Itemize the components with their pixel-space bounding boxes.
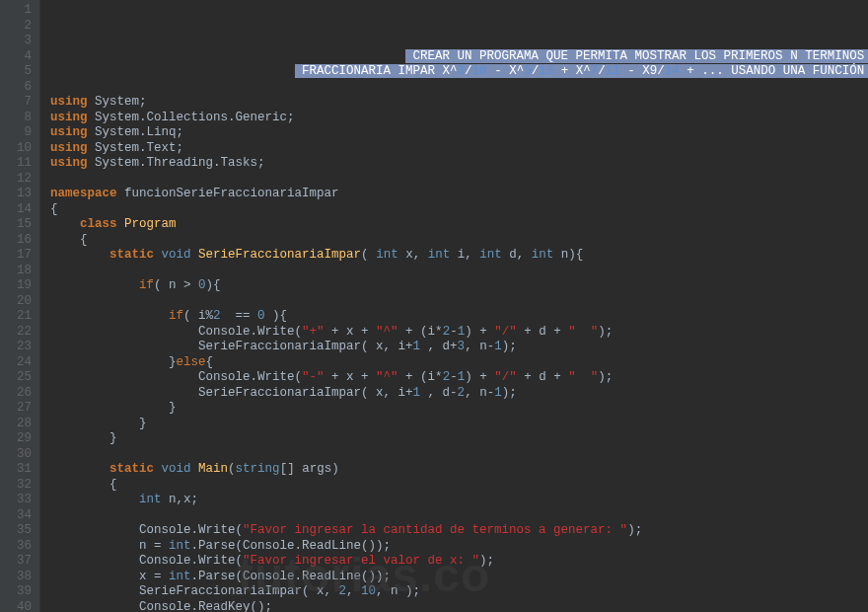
code-line[interactable]	[50, 80, 868, 96]
line-number: 1	[10, 3, 32, 19]
line-number: 24	[10, 355, 32, 371]
line-number: 3	[10, 34, 32, 49]
token-str: " "	[568, 325, 598, 339]
line-number: 23	[10, 340, 32, 355]
token-num: 1	[413, 386, 421, 400]
code-line[interactable]: using System.Collections.Generic;	[50, 111, 868, 126]
token-plain: + d +	[517, 370, 569, 384]
token-plain: funcionSerieFraccionariaImpar	[117, 187, 339, 200]
token-plain: );	[479, 554, 494, 568]
token-hln: 13	[539, 64, 553, 78]
code-line[interactable]: }	[50, 431, 868, 447]
token-kw2: else	[177, 355, 206, 369]
code-line[interactable]: }	[50, 417, 868, 432]
token-num: 1	[494, 340, 502, 353]
token-plain: {	[206, 355, 214, 369]
token-void: string	[236, 462, 280, 476]
token-plain: {	[80, 233, 88, 247]
code-line[interactable]: using System.Threading.Tasks;	[50, 156, 868, 172]
token-pad	[50, 49, 405, 63]
token-plain: }	[169, 355, 177, 369]
token-str: "^"	[376, 370, 398, 384]
code-line[interactable]: int n,x;	[50, 493, 868, 508]
token-plain: ) +	[465, 325, 494, 339]
token-str: "^"	[376, 325, 398, 339]
line-number: 25	[10, 370, 32, 386]
code-line[interactable]	[50, 294, 868, 310]
token-plain	[117, 217, 125, 231]
code-line[interactable]	[50, 172, 868, 188]
token-str: "Favor ingresar el valor de x: "	[243, 554, 479, 568]
token-str: "Favor ingresar la cantidad de terminos …	[243, 523, 627, 537]
code-line[interactable]: using System.Linq;	[50, 125, 868, 141]
code-line[interactable]: Console.Write("Favor ingresar el valor d…	[50, 554, 868, 570]
line-number: 18	[10, 264, 32, 279]
token-plain: System.Collections.Generic;	[88, 111, 295, 124]
token-hl: - X^	[487, 64, 525, 78]
token-hln: 11	[606, 64, 620, 78]
code-line[interactable]	[50, 264, 868, 279]
code-line[interactable]: n = int.Parse(Console.ReadLine());	[50, 539, 868, 555]
token-kw2: if	[169, 309, 183, 323]
token-void: int	[169, 539, 191, 553]
token-plain	[191, 248, 199, 262]
token-plain: ,	[346, 584, 361, 598]
token-hl: CREAR UN PROGRAMA QUE PERMITA MOSTRAR LO…	[405, 49, 868, 63]
code-line[interactable]: static void Main(string[] args)	[50, 462, 868, 478]
code-line[interactable]: CREAR UN PROGRAMA QUE PERMITA MOSTRAR LO…	[50, 49, 868, 65]
code-editor: 1234567891011121314151617181920212223242…	[0, 0, 868, 612]
line-number: 8	[10, 111, 32, 126]
code-line[interactable]: }else{	[50, 355, 868, 371]
code-line[interactable]: SerieFraccionariaImpar( x, 2, 10, n );	[50, 584, 868, 600]
code-area[interactable]: tutorias.co CREAR UN PROGRAMA QUE PERMIT…	[40, 0, 868, 612]
code-line[interactable]: FRACCIONARIA IMPAR X^3/10 - X^5/13 + X^7…	[50, 64, 868, 80]
token-plain: );	[598, 325, 613, 339]
code-line[interactable]: if( n > 0){	[50, 278, 868, 294]
code-line[interactable]: Console.Write("Favor ingresar la cantida…	[50, 523, 868, 539]
token-plain: ) +	[465, 370, 494, 384]
code-line[interactable]: using System.Text;	[50, 141, 868, 157]
code-line[interactable]: class Program	[50, 217, 868, 233]
line-number: 9	[10, 125, 32, 141]
code-line[interactable]: }	[50, 401, 868, 417]
line-number: 34	[10, 508, 32, 524]
token-void: int	[532, 248, 554, 262]
token-plain: n =	[139, 539, 169, 553]
token-kw: static	[109, 462, 154, 476]
code-line[interactable]: Console.Write("-" + x + "^" + (i*2-1) + …	[50, 370, 868, 386]
code-line[interactable]: static void SerieFraccionariaImpar( int …	[50, 248, 868, 264]
code-line[interactable]: {	[50, 478, 868, 494]
code-line[interactable]: Console.Write("+" + x + "^" + (i*2-1) + …	[50, 325, 868, 341]
code-line[interactable]: using System;	[50, 95, 868, 111]
token-plain: , d-	[420, 386, 458, 400]
code-line[interactable]: namespace funcionSerieFraccionariaImpar	[50, 187, 868, 202]
code-line[interactable]	[50, 508, 868, 524]
token-str: "-"	[302, 370, 325, 384]
code-line[interactable]: if( i%2 == 0 ){	[50, 309, 868, 325]
code-line[interactable]: {	[50, 233, 868, 249]
token-plain: );	[502, 340, 517, 353]
token-kw: using	[50, 111, 88, 124]
code-line[interactable]: x = int.Parse(Console.ReadLine());	[50, 570, 868, 585]
token-kw: using	[50, 95, 88, 109]
token-plain: , n-	[465, 386, 494, 400]
token-plain: {	[50, 202, 58, 216]
token-plain: , d+	[420, 340, 458, 353]
token-plain: x =	[139, 570, 169, 583]
code-line[interactable]: SerieFraccionariaImpar( x, i+1 , d+3, n-…	[50, 340, 868, 355]
token-plain: n,x;	[162, 493, 199, 506]
token-plain: );	[598, 370, 613, 384]
token-plain	[154, 248, 162, 262]
token-void: void	[162, 462, 191, 476]
token-plain: Console.Write(	[198, 325, 302, 339]
token-plain: ){	[265, 309, 288, 323]
token-plain: }	[139, 417, 147, 430]
code-line[interactable]: SerieFraccionariaImpar( x, i+1 , d-2, n-…	[50, 386, 868, 402]
token-fn: SerieFraccionariaImpar	[198, 248, 361, 262]
token-plain: + x +	[325, 325, 377, 339]
code-line[interactable]: {	[50, 202, 868, 218]
token-plain: SerieFraccionariaImpar( x, i+	[198, 340, 413, 353]
code-line[interactable]: Console.ReadKey();	[50, 600, 868, 613]
token-plain: i,	[450, 248, 479, 262]
code-line[interactable]	[50, 447, 868, 463]
